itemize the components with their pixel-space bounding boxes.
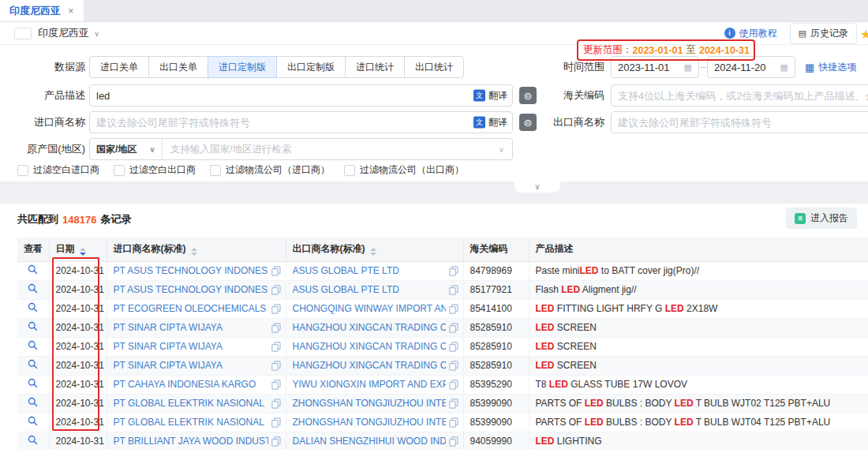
exporter-link[interactable]: ZHONGSHAN TONGJIUZHOU INTERNA... (293, 417, 446, 428)
filter-checkbox[interactable]: 过滤物流公司（进口商） (210, 163, 330, 177)
datasource-tab[interactable]: 进口统计 (345, 56, 405, 78)
view-detail-icon[interactable] (28, 378, 38, 388)
copy-icon[interactable] (271, 285, 281, 295)
exporter-link[interactable]: ZHONGSHAN TONGJIUZHOU INTERNA... (293, 398, 446, 409)
collapse-panel-button[interactable]: ∨ (514, 181, 560, 193)
importer-link[interactable]: PT GLOBAL ELEKTRIK NASIONAL (114, 417, 268, 428)
column-header[interactable]: 日期 (49, 238, 107, 261)
copy-icon[interactable] (271, 266, 281, 276)
copy-icon[interactable] (271, 417, 281, 428)
importer-input[interactable] (89, 111, 513, 133)
checkbox-icon[interactable] (17, 165, 28, 176)
hs-code-input[interactable] (611, 84, 868, 107)
copy-icon[interactable] (271, 361, 281, 371)
checkbox-icon[interactable] (210, 165, 221, 176)
copy-icon[interactable] (271, 323, 281, 333)
chevron-down-icon[interactable]: ∨ (94, 29, 99, 38)
view-detail-icon[interactable] (28, 435, 38, 445)
view-detail-icon[interactable] (28, 321, 38, 331)
datasource-tab[interactable]: 进口关单 (89, 56, 149, 78)
copy-icon[interactable] (271, 398, 281, 409)
exporter-link[interactable]: YIWU XIONGXIN IMPORT AND EXPORT... (293, 379, 446, 390)
origin-type-select[interactable]: 国家/地区 ∨ (90, 139, 163, 159)
filter-checkbox[interactable]: 过滤空白进口商 (17, 163, 99, 177)
checkbox-icon[interactable] (344, 165, 355, 176)
checkbox-icon[interactable] (114, 165, 125, 176)
view-detail-icon[interactable] (28, 416, 38, 426)
datasource-tab[interactable]: 出口定制版 (276, 56, 346, 78)
exporter-input[interactable] (611, 111, 868, 133)
star-icon[interactable]: ★ (860, 27, 868, 42)
chevron-down-icon[interactable]: ∨ (499, 145, 512, 154)
copy-icon[interactable] (449, 380, 458, 390)
exporter-link[interactable]: HANGZHOU XINGCAN TRADING CO LTD (293, 341, 446, 352)
translate-button[interactable]: 文 翻译 (470, 89, 507, 103)
view-detail-icon[interactable] (28, 397, 38, 407)
filter-checkbox[interactable]: 过滤空白出口商 (114, 163, 196, 177)
sort-carets-icon[interactable] (80, 248, 86, 256)
copy-icon[interactable] (449, 436, 458, 447)
importer-link[interactable]: PT SINAR CIPTA WIJAYA (114, 341, 268, 352)
exporter-link[interactable]: ASUS GLOBAL PTE LTD (293, 265, 446, 276)
product-desc-cell: LED LIGHTING (529, 432, 868, 449)
view-detail-icon[interactable] (28, 302, 38, 312)
filter-checkbox[interactable]: 过滤物流公司（出口商） (344, 163, 464, 177)
history-button[interactable]: ▤ 历史记录 (790, 23, 857, 44)
copy-icon[interactable] (449, 323, 458, 333)
exporter-link[interactable]: CHONGQING WINWAY IMPORT AND E... (293, 303, 446, 314)
importer-link[interactable]: PT GLOBAL ELEKTRIK NASIONAL (114, 398, 268, 409)
quick-options-link[interactable]: ▦ 快捷选项 (805, 56, 856, 78)
origin-search-input[interactable]: 支持输入国家/地区进行检索 (163, 143, 499, 156)
view-detail-icon[interactable] (28, 264, 38, 275)
importer-link[interactable]: PT ASUS TECHNOLOGY INDONESIA BA... (114, 265, 268, 276)
importer-link[interactable]: PT ECOGREEN OLEOCHEMICALS (114, 303, 268, 314)
copy-icon[interactable] (271, 436, 281, 447)
exact-match-icon[interactable]: ⊜ (519, 87, 537, 104)
date-from-input[interactable]: 2023-11-01 ▦ (611, 56, 699, 78)
exporter-link[interactable]: DALIAN SHENGZHIHUI WOOD INDUST... (293, 436, 446, 447)
importer-link[interactable]: PT SINAR CIPTA WIJAYA (114, 360, 268, 371)
importer-cell: PT CAHAYA INDONESIA KARGO (107, 375, 286, 394)
view-detail-icon[interactable] (28, 340, 38, 350)
country-name: 印度尼西亚 (38, 26, 89, 40)
copy-icon[interactable] (271, 380, 281, 390)
enter-report-button[interactable]: ≣ 进入报告 (786, 208, 857, 229)
view-cell (17, 375, 49, 394)
copy-icon[interactable] (271, 342, 281, 352)
copy-icon[interactable] (449, 304, 458, 314)
close-icon[interactable]: × (68, 5, 74, 17)
datasource-tab[interactable]: 进口定制版 (208, 56, 277, 78)
copy-icon[interactable] (449, 361, 458, 371)
exporter-link[interactable]: HANGZHOU XINGCAN TRADING CO LTD (293, 322, 446, 333)
product-desc-input[interactable] (89, 84, 513, 107)
date-cell: 2024-10-31 (49, 375, 107, 394)
copy-icon[interactable] (449, 398, 458, 409)
tutorial-link[interactable]: i 使用教程 (724, 27, 777, 40)
importer-link[interactable]: PT CAHAYA INDONESIA KARGO (114, 379, 268, 390)
hs-code-cell: 94059990 (463, 432, 529, 449)
column-header[interactable]: 出口商名称(标准) (286, 238, 463, 261)
view-detail-icon[interactable] (28, 359, 38, 369)
importer-cell: PT ASUS TECHNOLOGY INDONESIA BA... (107, 261, 286, 280)
importer-link[interactable]: PT BRILLIANT JAYA WOOD INDUSTRY (114, 436, 268, 447)
importer-link[interactable]: PT SINAR CIPTA WIJAYA (114, 322, 268, 333)
exporter-link[interactable]: HANGZHOU XINGCAN TRADING CO LTD (293, 360, 446, 371)
copy-icon[interactable] (449, 285, 458, 295)
sort-carets-icon[interactable] (370, 248, 376, 256)
copy-icon[interactable] (449, 342, 458, 352)
exporter-link[interactable]: ASUS GLOBAL PTE LTD (293, 284, 446, 295)
translate-button[interactable]: 文 翻译 (470, 116, 507, 129)
tab-indonesia[interactable]: 印度尼西亚 × (0, 0, 84, 21)
copy-icon[interactable] (449, 266, 458, 276)
datasource-tab[interactable]: 出口关单 (148, 56, 208, 78)
date-to-input[interactable]: 2024-11-20 ▦ (707, 56, 795, 78)
copy-icon[interactable] (449, 417, 458, 428)
view-detail-icon[interactable] (28, 283, 38, 294)
datasource-tabs: 进口关单出口关单进口定制版出口定制版进口统计出口统计 (89, 56, 464, 78)
exact-match-icon[interactable]: ⊜ (519, 114, 537, 131)
datasource-tab[interactable]: 出口统计 (404, 56, 464, 78)
sort-carets-icon[interactable] (191, 248, 197, 256)
copy-icon[interactable] (271, 304, 281, 314)
column-header[interactable]: 进口商名称(标准) (107, 238, 286, 261)
importer-link[interactable]: PT ASUS TECHNOLOGY INDONESIA BA... (114, 284, 268, 295)
